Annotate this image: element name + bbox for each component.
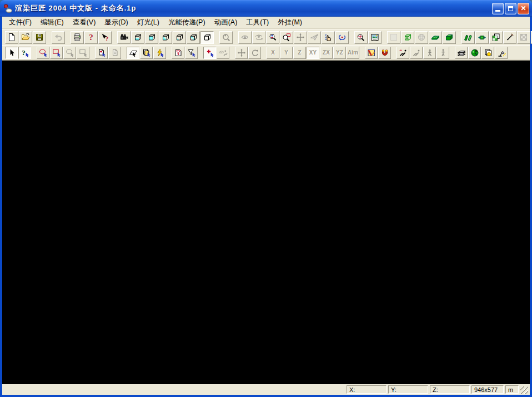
image-icon bbox=[370, 33, 379, 42]
maximize-icon bbox=[508, 6, 513, 11]
animate-start-button[interactable] bbox=[397, 47, 409, 59]
save-button[interactable] bbox=[33, 31, 46, 44]
new-button[interactable] bbox=[5, 31, 18, 44]
fence-circle-select-button[interactable] bbox=[37, 47, 49, 59]
radiosity-mesh-button[interactable] bbox=[401, 31, 414, 44]
axis-yz-button-label: YZ bbox=[336, 50, 343, 56]
materials-icon bbox=[470, 48, 479, 57]
maximize-button[interactable] bbox=[505, 3, 516, 14]
menu-plugin[interactable]: 外挂(M) bbox=[273, 17, 307, 29]
draw-line-button[interactable] bbox=[503, 31, 516, 44]
title-bar[interactable]: 渲染巨匠 2004 中文版 - 未命名.1p ✕ bbox=[0, 0, 532, 17]
snap-icon bbox=[380, 48, 389, 57]
zoom-inout-button[interactable] bbox=[266, 31, 279, 44]
minimize-icon bbox=[495, 10, 500, 12]
menu-file[interactable]: 文件(F) bbox=[4, 17, 36, 29]
undo-button bbox=[52, 31, 65, 44]
select-surface-icon bbox=[129, 48, 138, 57]
surfaces-button[interactable] bbox=[461, 31, 475, 44]
view-hiddenline-button[interactable] bbox=[145, 31, 158, 44]
toolbar-separator bbox=[32, 46, 37, 59]
menu-light[interactable]: 灯光(L) bbox=[133, 17, 164, 29]
redisplay-icon bbox=[222, 33, 230, 42]
menu-tools[interactable]: 工具(T) bbox=[242, 17, 273, 29]
animate-camera-button[interactable] bbox=[475, 31, 489, 44]
menu-display[interactable]: 显示(D) bbox=[100, 17, 132, 29]
select-block-button[interactable] bbox=[140, 47, 153, 59]
help-button[interactable]: ? bbox=[84, 31, 98, 44]
menu-view[interactable]: 查看(V) bbox=[68, 17, 101, 29]
mesh-slab-button[interactable] bbox=[429, 31, 442, 44]
eye-orbit-button bbox=[252, 31, 265, 44]
view-cube-corner-icon bbox=[175, 33, 184, 42]
animate-camera-icon bbox=[478, 33, 486, 42]
orbit-button[interactable] bbox=[335, 31, 349, 44]
rotate-icon bbox=[250, 48, 259, 57]
blocks-icon bbox=[484, 48, 493, 57]
add-point-button[interactable] bbox=[203, 47, 216, 59]
menu-edit[interactable]: 编辑(E) bbox=[36, 17, 68, 29]
resize-grip[interactable] bbox=[520, 386, 528, 394]
axis-xy-button: XY bbox=[307, 47, 319, 59]
select-block-icon bbox=[142, 48, 151, 57]
snap-button[interactable] bbox=[378, 47, 391, 59]
materials-table-button[interactable] bbox=[468, 47, 481, 59]
status-bar: X:Y:Z: 946x577 m bbox=[2, 384, 530, 395]
selection-filter-button[interactable] bbox=[172, 47, 184, 59]
layers-table-button[interactable] bbox=[455, 47, 468, 59]
zoom-target-button[interactable] bbox=[354, 31, 368, 44]
select-arrow-icon bbox=[7, 48, 16, 57]
select-button[interactable] bbox=[5, 47, 18, 59]
minimize-button[interactable] bbox=[492, 3, 504, 14]
client-area: 文件(F)编辑(E)查看(V)显示(D)灯光(L)光能传递(P)动画(A)工具(… bbox=[2, 17, 530, 395]
select-surface-button[interactable] bbox=[127, 47, 139, 59]
texture-cube-button[interactable] bbox=[489, 31, 503, 44]
axis-x-button-label: X bbox=[271, 50, 275, 56]
orbit-icon bbox=[338, 33, 347, 42]
open-button[interactable] bbox=[19, 31, 32, 44]
select-new-button[interactable] bbox=[95, 47, 108, 59]
render-button[interactable] bbox=[365, 47, 378, 59]
fence-rect-select-button[interactable] bbox=[50, 47, 63, 59]
select-new-icon bbox=[97, 48, 106, 57]
snapshot-image-button[interactable] bbox=[368, 31, 382, 44]
fence-circle-icon bbox=[39, 48, 48, 57]
toolbar-separator bbox=[167, 46, 172, 59]
view-textured-button[interactable] bbox=[187, 31, 200, 44]
pan-icon bbox=[296, 33, 305, 42]
axis-z-button: Z bbox=[293, 47, 306, 59]
filter-select-button[interactable] bbox=[185, 47, 198, 59]
viewport-3d[interactable] bbox=[2, 60, 530, 384]
perspective-view-button[interactable] bbox=[117, 31, 131, 44]
close-button[interactable]: ✕ bbox=[518, 3, 529, 14]
toolbar-standard: ?? bbox=[2, 29, 530, 45]
solid-box-button[interactable] bbox=[443, 31, 456, 44]
blocks-table-button[interactable] bbox=[481, 47, 494, 59]
toolbar-separator bbox=[198, 46, 203, 59]
print-button[interactable] bbox=[71, 31, 84, 44]
zoom-window-button[interactable] bbox=[280, 31, 293, 44]
view-solid-button[interactable] bbox=[159, 31, 172, 44]
view-wireframe-button[interactable] bbox=[131, 31, 144, 44]
coord-y-field: Y: bbox=[388, 385, 428, 394]
view-cube-checker-icon bbox=[189, 33, 198, 42]
view-outline-button[interactable] bbox=[200, 31, 214, 44]
menu-radiosity[interactable]: 光能传递(P) bbox=[164, 17, 210, 29]
svg-text:?: ? bbox=[22, 48, 26, 57]
align-walk-button: ab bbox=[217, 47, 229, 59]
lamps-table-button[interactable] bbox=[495, 47, 508, 59]
view-enhanced-button[interactable] bbox=[173, 31, 186, 44]
coord-z-field: Z: bbox=[430, 385, 470, 394]
fly-view-button bbox=[308, 31, 321, 44]
blank-swatch-icon bbox=[389, 33, 398, 42]
select-light-button[interactable] bbox=[153, 47, 166, 59]
perspective-camera-icon bbox=[119, 33, 128, 42]
walkthrough-button[interactable] bbox=[322, 31, 335, 44]
query-select-icon: ? bbox=[21, 48, 29, 57]
context-help-button[interactable]: ? bbox=[98, 31, 112, 44]
animate-crouch-icon bbox=[412, 48, 421, 57]
menu-animation[interactable]: 动画(A) bbox=[210, 17, 242, 29]
page-icon bbox=[111, 48, 119, 57]
query-select-button[interactable]: ? bbox=[18, 47, 31, 59]
toolbar-selection: ?abXYZXYZXYZAim bbox=[2, 45, 530, 60]
